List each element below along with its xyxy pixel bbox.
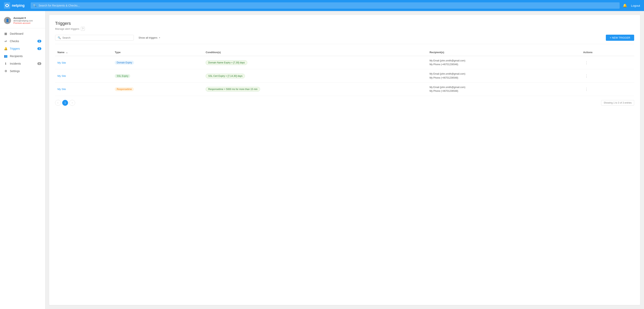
show-all-triggers-dropdown[interactable]: Show all triggers ▼ (136, 35, 163, 40)
recipient-info: My Email (john.smith@gmail.com) My Phone… (430, 86, 578, 93)
type-badge: SSL Expiry (115, 74, 130, 78)
prev-page-button[interactable]: ← (55, 100, 61, 106)
sidebar-item-label: Settings (10, 70, 20, 73)
condition-badge: SSL Cert Expiry = [7,14,30] days (206, 74, 245, 78)
notifications-icon[interactable]: 🔔 (623, 3, 627, 8)
condition-badge: Domain Name Expiry = [7,30] days (206, 60, 247, 65)
page-subtitle: Manage alert triggers ? (55, 27, 634, 31)
logout-button[interactable]: Logout (631, 4, 640, 7)
condition-badge: Responsetime > 5000 ms for more than 15 … (206, 87, 260, 92)
settings-icon: ⚙ (4, 69, 8, 73)
logo: netping (4, 2, 28, 9)
col-conditions: Condition(s) (203, 49, 427, 56)
global-search-input[interactable] (31, 2, 620, 9)
table-row: My Site Domain Expiry Domain Name Expiry… (55, 56, 634, 69)
incidents-icon: ℹ (4, 62, 8, 65)
sidebar-item-recipients[interactable]: 👥 Recipients (0, 52, 45, 60)
recipients-icon: 👥 (4, 54, 8, 58)
chevron-down-icon: ▾ (24, 17, 26, 20)
dashboard-icon: ▦ (4, 32, 8, 36)
table-body: My Site Domain Expiry Domain Name Expiry… (55, 56, 634, 96)
triggers-table: Name ▲ Type Condition(s) Recipient(s) Ac… (55, 49, 634, 96)
sidebar-item-checks[interactable]: ⇌ Checks 5 (0, 38, 45, 45)
toolbar: 🔍 Show all triggers ▼ + NEW TRIGGER (55, 35, 634, 44)
sidebar: 👤 Account ▾ demo@netping.com Premium-acc… (0, 11, 45, 309)
pagination: ← 1 → (55, 100, 75, 106)
table-header: Name ▲ Type Condition(s) Recipient(s) Ac… (55, 49, 634, 56)
sort-icon: ▲ (66, 51, 68, 54)
logo-text: netping (12, 4, 24, 8)
sidebar-item-settings[interactable]: ⚙ Settings (0, 67, 45, 75)
row-actions-menu[interactable]: ⋮ (583, 87, 590, 92)
sidebar-item-label: Triggers (10, 47, 20, 50)
search-wrap: 🔍 (55, 35, 134, 41)
recipient-info: My Email (john.smith@gmail.com) My Phone… (430, 59, 578, 66)
chevron-down-icon: ▼ (158, 37, 160, 39)
incidents-badge: 0 (38, 62, 41, 65)
showing-entries-text: Showing 1 to 3 of 3 entries (601, 100, 634, 106)
sidebar-item-dashboard[interactable]: ▦ Dashboard (0, 30, 45, 38)
triggers-badge: 3 (38, 47, 41, 50)
nav-right: 🔔 Logout (623, 3, 640, 8)
account-email: demo@netping.com (14, 20, 33, 22)
account-section[interactable]: 👤 Account ▾ demo@netping.com Premium-acc… (0, 14, 45, 28)
top-navigation: netping 🔍 🔔 Logout (0, 0, 644, 11)
avatar-icon: 👤 (6, 19, 10, 22)
table-row: My Site SSL Expiry SSL Cert Expiry = [7,… (55, 69, 634, 83)
sidebar-item-label: Checks (10, 40, 19, 43)
main-layout: 👤 Account ▾ demo@netping.com Premium-acc… (0, 11, 644, 309)
col-recipients: Recipient(s) (427, 49, 581, 56)
checks-icon: ⇌ (4, 39, 8, 43)
sidebar-item-label: Recipients (10, 55, 23, 58)
sidebar-nav: ▦ Dashboard ⇌ Checks 5 🔔 Triggers 3 👥 Re… (0, 30, 45, 75)
trigger-name-link[interactable]: My Site (58, 61, 66, 64)
row-actions-menu[interactable]: ⋮ (583, 73, 590, 79)
search-input[interactable] (62, 36, 131, 39)
main-content: Triggers Manage alert triggers ? 🔍 Show … (49, 15, 640, 305)
row-actions-menu[interactable]: ⋮ (583, 60, 590, 65)
page-title: Triggers (55, 21, 634, 26)
account-info: Account ▾ demo@netping.com Premium-accou… (14, 17, 33, 24)
recipient-info: My Email (john.smith@gmail.com) My Phone… (430, 72, 578, 80)
premium-badge: Premium-account (14, 22, 33, 24)
logo-icon (4, 2, 10, 9)
current-page-button[interactable]: 1 (62, 100, 68, 106)
col-type: Type (112, 49, 203, 56)
table-row: My Site Responsetime Responsetime > 5000… (55, 83, 634, 96)
next-page-button[interactable]: → (69, 100, 75, 106)
avatar: 👤 (4, 17, 11, 24)
help-icon[interactable]: ? (81, 27, 85, 31)
sidebar-item-label: Incidents (10, 62, 21, 65)
account-name: Account ▾ (14, 17, 33, 20)
sidebar-item-label: Dashboard (10, 32, 24, 35)
type-badge: Responsetime (115, 87, 134, 91)
col-actions: Actions (581, 49, 634, 56)
new-trigger-button[interactable]: + NEW TRIGGER (606, 35, 634, 41)
svg-point-1 (6, 5, 8, 6)
pagination-row: ← 1 → Showing 1 to 3 of 3 entries (55, 100, 634, 106)
sidebar-item-incidents[interactable]: ℹ Incidents 0 (0, 60, 45, 67)
search-icon: 🔍 (58, 36, 61, 39)
sidebar-item-triggers[interactable]: 🔔 Triggers 3 (0, 45, 45, 52)
global-search-icon: 🔍 (33, 4, 36, 7)
global-search-wrap: 🔍 (31, 2, 620, 9)
triggers-icon: 🔔 (4, 47, 8, 51)
show-all-triggers-label: Show all triggers (138, 36, 158, 39)
trigger-name-link[interactable]: My Site (58, 88, 66, 91)
checks-badge: 5 (38, 40, 41, 43)
type-badge: Domain Expiry (115, 61, 134, 65)
col-name[interactable]: Name ▲ (55, 49, 112, 56)
trigger-name-link[interactable]: My Site (58, 75, 66, 77)
